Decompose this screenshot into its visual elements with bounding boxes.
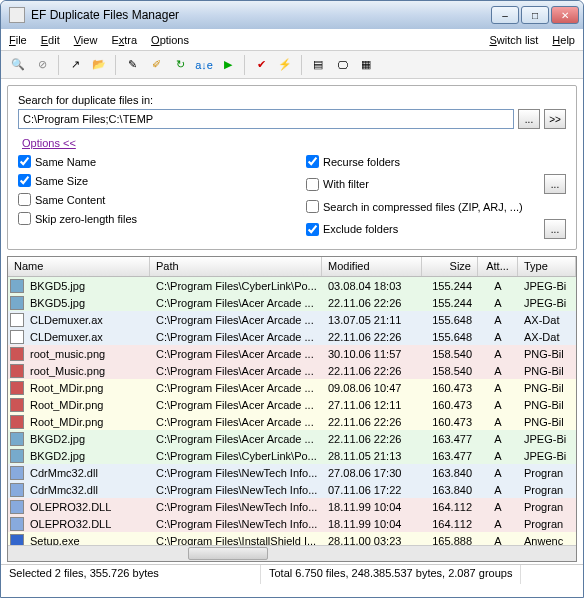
minimize-button[interactable]: – — [491, 6, 519, 24]
display-button[interactable]: 🖵 — [331, 54, 353, 76]
search-button[interactable]: 🔍 — [7, 54, 29, 76]
menu-file[interactable]: File — [9, 34, 27, 46]
table-row[interactable]: root_Music.pngC:\Program Files\Acer Arca… — [8, 362, 576, 379]
search-panel: Search for duplicate files in: ... >> Op… — [7, 85, 577, 250]
cell-path: C:\Program Files\Acer Arcade ... — [150, 331, 322, 343]
refresh-icon: ↻ — [176, 58, 185, 71]
cell-path: C:\Program Files\CyberLink\Po... — [150, 280, 322, 292]
doc-button[interactable]: ▤ — [307, 54, 329, 76]
browse-button[interactable]: ... — [518, 109, 540, 129]
opt-exclude-folders[interactable]: Exclude folders — [306, 223, 540, 236]
cell-att: A — [478, 535, 518, 546]
go-button[interactable]: ▶ — [217, 54, 239, 76]
cell-path: C:\Program Files\CyberLink\Po... — [150, 450, 322, 462]
horizontal-scrollbar[interactable] — [8, 545, 576, 561]
col-attributes[interactable]: Att... — [478, 257, 518, 276]
maximize-button[interactable]: □ — [521, 6, 549, 24]
table-row[interactable]: root_music.pngC:\Program Files\Acer Arca… — [8, 345, 576, 362]
cell-name: CLDemuxer.ax — [24, 331, 150, 343]
menu-switch-list[interactable]: Switch list — [489, 34, 538, 46]
cell-type: AX-Dat — [518, 314, 576, 326]
col-modified[interactable]: Modified — [322, 257, 422, 276]
opt-with-filter[interactable]: With filter — [306, 178, 540, 191]
col-type[interactable]: Type — [518, 257, 576, 276]
menu-extra[interactable]: Extra — [111, 34, 137, 46]
brush-button[interactable]: ✐ — [145, 54, 167, 76]
file-icon — [10, 432, 24, 446]
table-row[interactable]: BKGD5.jpgC:\Program Files\CyberLink\Po..… — [8, 277, 576, 294]
edit-button[interactable]: ✎ — [121, 54, 143, 76]
opt-same-content[interactable]: Same Content — [18, 193, 306, 206]
menu-help[interactable]: Help — [552, 34, 575, 46]
menu-options[interactable]: Options — [151, 34, 189, 46]
cell-size: 163.840 — [422, 484, 478, 496]
list-body[interactable]: BKGD5.jpgC:\Program Files\CyberLink\Po..… — [8, 277, 576, 545]
cell-att: A — [478, 450, 518, 462]
table-row[interactable]: Root_MDir.pngC:\Program Files\Acer Arcad… — [8, 413, 576, 430]
exclude-config-button[interactable]: ... — [544, 219, 566, 239]
table-row[interactable]: CLDemuxer.axC:\Program Files\Acer Arcade… — [8, 328, 576, 345]
cell-att: A — [478, 416, 518, 428]
table-row[interactable]: Root_MDir.pngC:\Program Files\Acer Arcad… — [8, 396, 576, 413]
refresh-button[interactable]: ↻ — [169, 54, 191, 76]
cell-modified: 13.07.05 21:11 — [322, 314, 422, 326]
table-row[interactable]: BKGD2.jpgC:\Program Files\Acer Arcade ..… — [8, 430, 576, 447]
cell-type: AX-Dat — [518, 331, 576, 343]
scrollbar-thumb[interactable] — [188, 547, 268, 560]
menu-view[interactable]: View — [74, 34, 98, 46]
col-name[interactable]: Name — [8, 257, 150, 276]
opt-skip-zero[interactable]: Skip zero-length files — [18, 212, 306, 225]
table-row[interactable]: Root_MDir.pngC:\Program Files\Acer Arcad… — [8, 379, 576, 396]
table-row[interactable]: OLEPRO32.DLLC:\Program Files\NewTech Inf… — [8, 498, 576, 515]
close-button[interactable]: ✕ — [551, 6, 579, 24]
file-icon — [10, 279, 24, 293]
file-icon — [10, 347, 24, 361]
cell-att: A — [478, 280, 518, 292]
export-button[interactable]: ▦ — [355, 54, 377, 76]
col-path[interactable]: Path — [150, 257, 322, 276]
cell-modified: 22.11.06 22:26 — [322, 365, 422, 377]
cell-size: 158.540 — [422, 348, 478, 360]
pencil-icon: ✎ — [128, 58, 137, 71]
path-input[interactable] — [18, 109, 514, 129]
menubar: File Edit View Extra Options Switch list… — [1, 29, 583, 51]
file-icon — [10, 398, 24, 412]
table-row[interactable]: Setup.exeC:\Program Files\InstallShield … — [8, 532, 576, 545]
cell-size: 160.473 — [422, 416, 478, 428]
table-row[interactable]: BKGD2.jpgC:\Program Files\CyberLink\Po..… — [8, 447, 576, 464]
opt-same-name[interactable]: Same Name — [18, 155, 306, 168]
filter-config-button[interactable]: ... — [544, 174, 566, 194]
opt-compressed[interactable]: Search in compressed files (ZIP, ARJ, ..… — [306, 200, 566, 213]
stop-button[interactable]: ⊘ — [31, 54, 53, 76]
table-row[interactable]: BKGD5.jpgC:\Program Files\Acer Arcade ..… — [8, 294, 576, 311]
col-size[interactable]: Size — [422, 257, 478, 276]
search-label: Search for duplicate files in: — [18, 94, 566, 106]
cell-path: C:\Program Files\InstallShield I... — [150, 535, 322, 546]
cell-att: A — [478, 518, 518, 530]
flash-icon: ⚡ — [278, 58, 292, 71]
options-toggle[interactable]: Options << — [22, 137, 76, 149]
check-button[interactable]: ✔ — [250, 54, 272, 76]
opt-recurse[interactable]: Recurse folders — [306, 155, 566, 168]
cell-size: 164.112 — [422, 518, 478, 530]
opt-same-size[interactable]: Same Size — [18, 174, 306, 187]
cell-modified: 07.11.06 17:22 — [322, 484, 422, 496]
cell-type: PNG-Bil — [518, 348, 576, 360]
cell-size: 160.473 — [422, 382, 478, 394]
table-row[interactable]: CdrMmc32.dllC:\Program Files\NewTech Inf… — [8, 481, 576, 498]
folder-button[interactable]: 📂 — [88, 54, 110, 76]
cell-size: 163.477 — [422, 433, 478, 445]
file-icon — [10, 364, 24, 378]
open-button[interactable]: ↗ — [64, 54, 86, 76]
cell-type: Progran — [518, 518, 576, 530]
flash-button[interactable]: ⚡ — [274, 54, 296, 76]
table-row[interactable]: CdrMmc32.dllC:\Program Files\NewTech Inf… — [8, 464, 576, 481]
cell-modified: 27.08.06 17:30 — [322, 467, 422, 479]
table-row[interactable]: CLDemuxer.axC:\Program Files\Acer Arcade… — [8, 311, 576, 328]
cell-size: 155.244 — [422, 280, 478, 292]
play-icon: ▶ — [224, 58, 232, 71]
table-row[interactable]: OLEPRO32.DLLC:\Program Files\NewTech Inf… — [8, 515, 576, 532]
sort-button[interactable]: a↓e — [193, 54, 215, 76]
menu-edit[interactable]: Edit — [41, 34, 60, 46]
expand-button[interactable]: >> — [544, 109, 566, 129]
